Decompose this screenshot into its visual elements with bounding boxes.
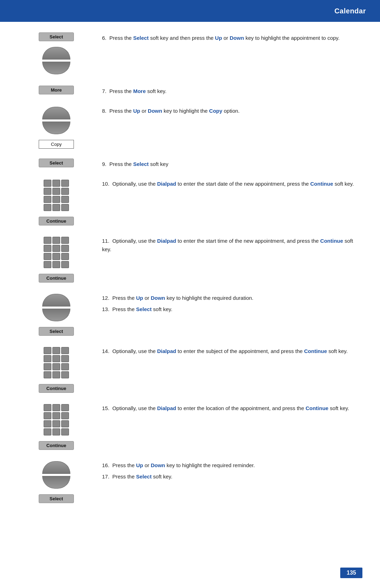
nav-rocker-1 bbox=[42, 47, 70, 74]
step-number: 17. bbox=[102, 474, 109, 479]
copy-softkey[interactable]: Copy bbox=[39, 140, 74, 149]
nav-down-icon-4[interactable] bbox=[42, 476, 70, 489]
step-7-text: 7. Press the More soft key. bbox=[102, 86, 359, 95]
continue-softkey-1[interactable]: Continue bbox=[39, 217, 74, 225]
down-link-2: Down bbox=[148, 108, 162, 114]
step-6-row: Select 6. Press the Select soft key and … bbox=[21, 32, 359, 76]
step-7-icons: More bbox=[21, 86, 91, 94]
step-number: 8. bbox=[102, 108, 107, 114]
step-number: 11. bbox=[102, 238, 109, 244]
step-10-text: 10. Optionally, use the Dialpad to enter… bbox=[102, 178, 359, 188]
nav-down-icon[interactable] bbox=[42, 62, 70, 74]
select-softkey-1[interactable]: Select bbox=[39, 32, 74, 41]
nav-rocker-4 bbox=[42, 461, 70, 489]
dialpad-1 bbox=[44, 180, 69, 211]
select-link-3: Select bbox=[136, 306, 152, 312]
main-content: Select 6. Press the Select soft key and … bbox=[0, 22, 380, 541]
page-number: 135 bbox=[340, 568, 362, 578]
step-number: 16. bbox=[102, 462, 109, 468]
step-15-text: 15. Optionally, use the Dialpad to enter… bbox=[102, 403, 359, 413]
up-link-4: Up bbox=[136, 462, 143, 468]
down-link-4: Down bbox=[151, 462, 165, 468]
step-8-text: 8. Press the Up or Down key to highlight… bbox=[102, 105, 359, 115]
step-16-17-icons: Select bbox=[21, 460, 91, 503]
step-9-row: Select 9. Press the Select soft key bbox=[21, 159, 359, 168]
dialpad-2 bbox=[44, 237, 69, 268]
continue-link-3: Continue bbox=[304, 348, 327, 354]
more-link: More bbox=[133, 88, 146, 94]
nav-up-icon-2[interactable] bbox=[42, 107, 70, 119]
down-link-1: Down bbox=[230, 35, 244, 41]
dialpad-link-1: Dialpad bbox=[157, 181, 176, 187]
step-15-row: Continue 15. Optionally, use the Dialpad… bbox=[21, 403, 359, 450]
dialpad-4 bbox=[44, 404, 69, 435]
step-12-13-row: Select 12. Press the Up or Down key to h… bbox=[21, 292, 359, 336]
nav-up-icon[interactable] bbox=[42, 47, 70, 60]
dialpad-link-2: Dialpad bbox=[157, 238, 176, 244]
page-title: Calendar bbox=[334, 7, 366, 15]
step-number: 15. bbox=[102, 405, 109, 411]
nav-rocker-3 bbox=[42, 294, 70, 321]
copy-link: Copy bbox=[209, 108, 222, 114]
step-14-icons: Continue bbox=[21, 346, 91, 393]
nav-up-icon-3[interactable] bbox=[42, 294, 70, 307]
step-6-icons: Select bbox=[21, 32, 91, 76]
step-8-icons: Copy bbox=[21, 105, 91, 149]
nav-rocker-2 bbox=[42, 107, 70, 134]
step-number: 14. bbox=[102, 348, 109, 354]
step-15-icons: Continue bbox=[21, 403, 91, 450]
dialpad-3 bbox=[44, 347, 69, 378]
continue-softkey-2[interactable]: Continue bbox=[39, 274, 74, 283]
continue-link-4: Continue bbox=[305, 405, 328, 411]
step-16-17-text: 16. Press the Up or Down key to highligh… bbox=[102, 460, 359, 481]
step-16-17-row: Select 16. Press the Up or Down key to h… bbox=[21, 460, 359, 503]
step-number: 12. bbox=[102, 295, 109, 301]
step-number: 13. bbox=[102, 306, 109, 312]
up-link-3: Up bbox=[136, 295, 143, 301]
step-12-13-icons: Select bbox=[21, 292, 91, 336]
step-10-row: Continue 10. Optionally, use the Dialpad… bbox=[21, 178, 359, 225]
step-number: 7. bbox=[102, 88, 107, 94]
more-softkey[interactable]: More bbox=[39, 86, 74, 94]
select-link-2: Select bbox=[133, 161, 148, 167]
nav-down-icon-3[interactable] bbox=[42, 309, 70, 321]
step-9-icons: Select bbox=[21, 159, 91, 167]
step-14-text: 14. Optionally, use the Dialpad to enter… bbox=[102, 346, 359, 355]
up-link-2: Up bbox=[133, 108, 140, 114]
step-9-text: 9. Press the Select soft key bbox=[102, 159, 359, 168]
step-11-text: 11. Optionally, use the Dialpad to enter… bbox=[102, 235, 359, 254]
select-softkey-2[interactable]: Select bbox=[39, 159, 74, 167]
dialpad-link-4: Dialpad bbox=[157, 405, 176, 411]
continue-link-2: Continue bbox=[320, 238, 343, 244]
step-14-row: Continue 14. Optionally, use the Dialpad… bbox=[21, 346, 359, 393]
continue-softkey-3[interactable]: Continue bbox=[39, 384, 74, 393]
up-link-1: Up bbox=[215, 35, 222, 41]
step-10-icons: Continue bbox=[21, 178, 91, 225]
step-8-row: Copy 8. Press the Up or Down key to high… bbox=[21, 105, 359, 149]
step-12-13-text: 12. Press the Up or Down key to highligh… bbox=[102, 292, 359, 314]
step-number: 10. bbox=[102, 181, 109, 187]
continue-softkey-4[interactable]: Continue bbox=[39, 441, 74, 450]
step-7-row: More 7. Press the More soft key. bbox=[21, 86, 359, 95]
step-6-text: 6. Press the Select soft key and then pr… bbox=[102, 32, 359, 42]
select-link-1: Select bbox=[133, 35, 148, 41]
select-link-4: Select bbox=[136, 474, 152, 479]
select-softkey-4[interactable]: Select bbox=[39, 494, 74, 503]
step-11-icons: Continue bbox=[21, 235, 91, 283]
continue-link-1: Continue bbox=[310, 181, 333, 187]
nav-down-icon-2[interactable] bbox=[42, 122, 70, 134]
step-number: 6. bbox=[102, 35, 107, 41]
select-softkey-3[interactable]: Select bbox=[39, 327, 74, 336]
nav-up-icon-4[interactable] bbox=[42, 461, 70, 474]
header-bar: Calendar bbox=[0, 0, 380, 22]
step-number: 9. bbox=[102, 161, 107, 167]
down-link-3: Down bbox=[151, 295, 165, 301]
dialpad-link-3: Dialpad bbox=[157, 348, 176, 354]
step-11-row: Continue 11. Optionally, use the Dialpad… bbox=[21, 235, 359, 283]
